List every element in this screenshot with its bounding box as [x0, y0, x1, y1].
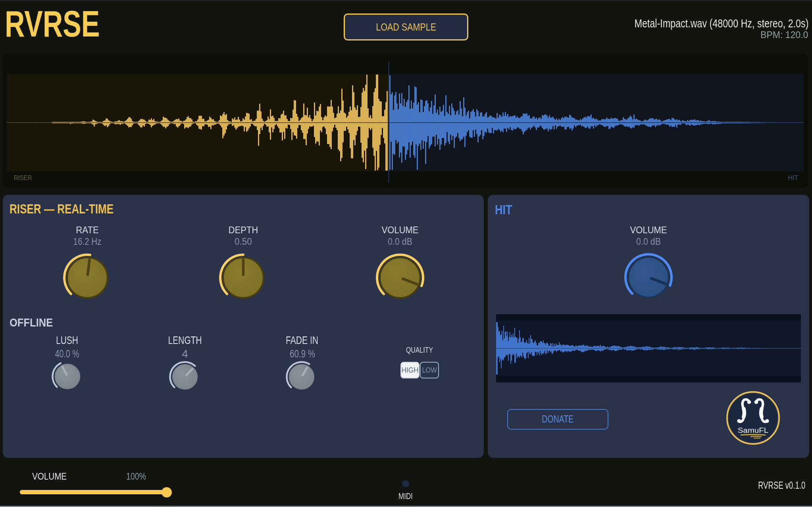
svg-text:SamuFL: SamuFL — [738, 426, 768, 434]
